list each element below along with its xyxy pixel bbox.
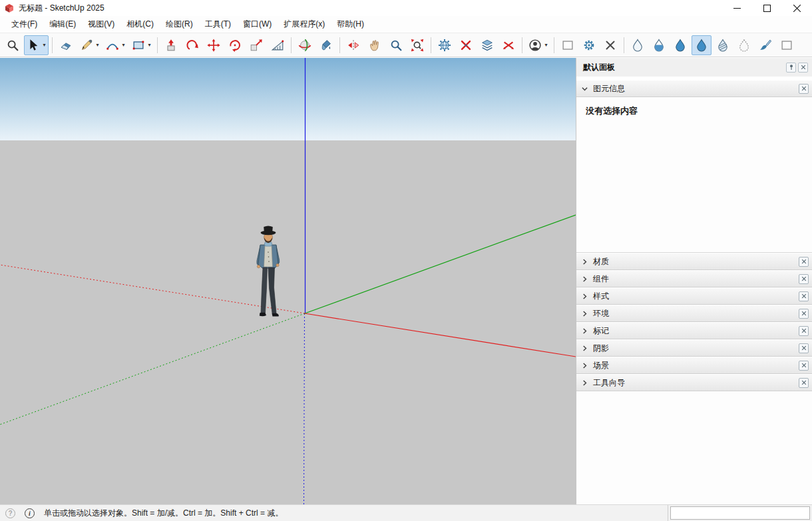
close-section-button[interactable] — [799, 291, 809, 301]
styles-brush-tool-button[interactable] — [755, 35, 775, 55]
scale-tool-button[interactable] — [246, 35, 266, 55]
crossed-arrows-tool-button[interactable] — [499, 35, 518, 55]
hidden-line-style-button[interactable] — [670, 35, 690, 55]
menu-help[interactable]: 帮助(H) — [331, 16, 370, 33]
measurements-input[interactable] — [670, 506, 810, 520]
pushpull-icon — [163, 37, 179, 53]
scale-icon — [248, 37, 264, 53]
close-section-button[interactable] — [799, 257, 809, 267]
entity-info-body: 没有选择内容 — [576, 97, 812, 253]
paint-bucket-tool-button[interactable] — [316, 35, 336, 55]
panel-section-environments[interactable]: 环境 — [576, 305, 812, 322]
window-title: 无标题 - SketchUp 2025 — [19, 3, 104, 14]
panel-section-tags[interactable]: 标记 — [576, 322, 812, 339]
dropdown-arrow-icon[interactable]: ▾ — [146, 42, 152, 48]
gearglobe-icon — [437, 37, 453, 53]
toolbar-separator — [157, 37, 158, 53]
wireframe-style-button[interactable] — [649, 35, 669, 55]
move-tool-button[interactable] — [204, 35, 224, 55]
panel-sections: 材质组件样式环境标记阴影场景工具向导 — [576, 253, 812, 391]
menu-edit[interactable]: 编辑(E) — [43, 16, 82, 33]
tape-measure-tool-button[interactable] — [268, 35, 288, 55]
line-tool-button[interactable]: ▾ — [77, 35, 102, 55]
arc-tool-button[interactable]: ▾ — [103, 35, 128, 55]
back-edges-style-button[interactable] — [734, 35, 754, 55]
account-menu-button[interactable]: ▾ — [526, 35, 550, 55]
eraser-icon — [58, 37, 74, 53]
layers-tool-button[interactable] — [477, 35, 497, 55]
select-tool-button[interactable]: ▾ — [24, 35, 49, 55]
scale-figure[interactable] — [257, 226, 280, 317]
offset-icon — [184, 37, 200, 53]
scene-svg[interactable] — [0, 58, 576, 504]
close-panel-button[interactable] — [798, 63, 808, 73]
panel-title-bar: 默认面板 — [576, 58, 812, 77]
layers-icon — [479, 37, 495, 53]
dropdown-arrow-icon[interactable]: ▾ — [95, 42, 101, 48]
toolbar-separator — [522, 37, 522, 53]
frame-tool-button[interactable] — [558, 35, 578, 55]
panel-section-instructor[interactable]: 工具向导 — [576, 374, 812, 391]
rotate-tool-button[interactable] — [225, 35, 245, 55]
zoom-tool-button[interactable] — [386, 35, 406, 55]
zoom-icon — [388, 37, 404, 53]
menu-draw[interactable]: 绘图(R) — [160, 16, 199, 33]
close-section-button[interactable] — [799, 326, 809, 336]
panel-section-entity-info[interactable]: 图元信息 — [576, 80, 812, 97]
close-section-button[interactable] — [799, 343, 809, 353]
close-button[interactable] — [782, 0, 812, 16]
drop-striped-icon — [715, 37, 731, 53]
toolbar-separator — [431, 37, 431, 53]
panel-section-scenes[interactable]: 场景 — [576, 357, 812, 374]
closex-icon — [602, 37, 618, 53]
close-section-button[interactable] — [799, 378, 809, 388]
help-question-icon[interactable]: ? — [5, 508, 15, 518]
maximize-button[interactable] — [752, 0, 782, 16]
settings-tool-button[interactable] — [579, 35, 599, 55]
offset-tool-button[interactable] — [182, 35, 202, 55]
extension-warehouse-tool-button[interactable] — [435, 35, 455, 55]
menu-camera[interactable]: 相机(C) — [120, 16, 160, 33]
main-area: 默认面板 图元信息 没有选择内容 — [0, 58, 812, 504]
minimize-button[interactable] — [722, 0, 752, 16]
section-label: 图元信息 — [593, 83, 799, 94]
viewport[interactable] — [0, 58, 576, 504]
zoom-extents-tool-button[interactable] — [407, 35, 427, 55]
menu-extensions[interactable]: 扩展程序(x) — [278, 16, 331, 33]
drop-fill-icon — [694, 37, 710, 53]
dropdown-arrow-icon[interactable]: ▾ — [41, 42, 47, 48]
close-section-button[interactable] — [799, 309, 809, 319]
menu-view[interactable]: 视图(V) — [82, 16, 120, 33]
eraser-tool-button[interactable] — [56, 35, 76, 55]
menu-file[interactable]: 文件(F) — [5, 16, 43, 33]
panel-section-components[interactable]: 组件 — [576, 270, 812, 287]
pan-tool-button[interactable] — [365, 35, 385, 55]
panel-section-styles[interactable]: 样式 — [576, 287, 812, 305]
dropdown-arrow-icon[interactable]: ▾ — [120, 42, 126, 48]
panel-empty-area — [576, 391, 812, 504]
panel-section-materials[interactable]: 材质 — [576, 253, 812, 270]
close-section-button[interactable] — [799, 274, 809, 284]
pushpull-tool-button[interactable] — [161, 35, 181, 55]
info-icon[interactable]: i — [25, 508, 35, 518]
shaded-style-button[interactable] — [692, 35, 711, 55]
panel-section-shadows[interactable]: 阴影 — [576, 339, 812, 357]
monochrome-style-button[interactable] — [713, 35, 733, 55]
toolbar-separator — [291, 37, 292, 53]
rectangle-tool-button[interactable]: ▾ — [129, 35, 154, 55]
clipped-edge-tool-button[interactable] — [777, 35, 797, 55]
flip-tool-button[interactable] — [343, 35, 363, 55]
pin-panel-button[interactable] — [786, 63, 796, 73]
menu-tools[interactable]: 工具(T) — [199, 16, 237, 33]
dropdown-arrow-icon[interactable]: ▾ — [543, 42, 549, 48]
sketchup-window: 无标题 - SketchUp 2025 文件(F)编辑(E)视图(V)相机(C)… — [0, 0, 812, 521]
close-x-tool-button[interactable] — [600, 35, 620, 55]
menu-window[interactable]: 窗口(W) — [237, 16, 278, 33]
search-tool-button[interactable] — [3, 35, 23, 55]
close-section-button[interactable] — [799, 84, 809, 94]
close-section-button[interactable] — [799, 361, 809, 371]
xray-style-button[interactable] — [628, 35, 648, 55]
brush-icon — [757, 37, 773, 53]
orbit-tool-button[interactable] — [295, 35, 315, 55]
warehouse-share-tool-button[interactable] — [456, 35, 476, 55]
